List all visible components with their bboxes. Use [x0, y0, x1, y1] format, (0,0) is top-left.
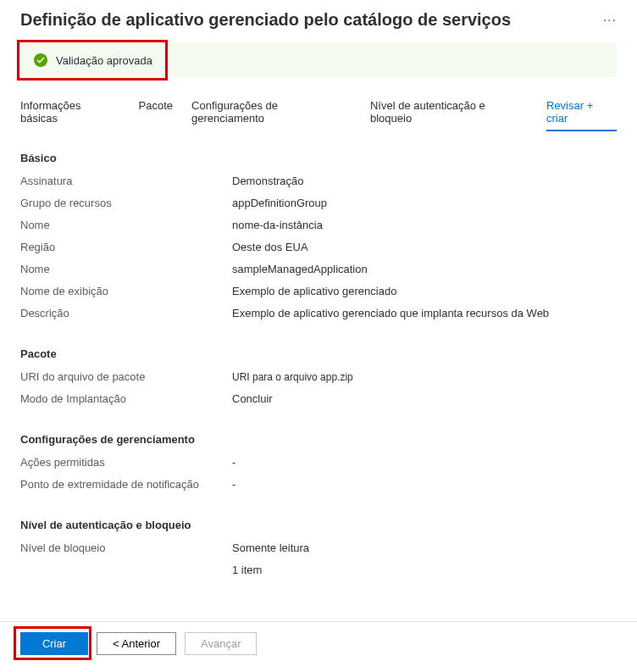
- page-title: Definição de aplicativo gerenciado pelo …: [20, 10, 511, 30]
- value-lock: Somente leitura: [232, 541, 309, 554]
- section-basic: Básico Assinatura Demonstração Grupo de …: [20, 152, 617, 324]
- value-display: Exemplo de aplicativo gerenciado: [232, 285, 396, 297]
- wizard-footer: Criar < Anterior Avançar: [0, 621, 637, 665]
- previous-button[interactable]: < Anterior: [97, 632, 176, 655]
- tab-basic[interactable]: Informações básicas: [20, 94, 120, 131]
- row-display: Nome de exibição Exemplo de aplicativo g…: [20, 285, 617, 302]
- row-rg: Grupo de recursos appDefinitionGroup: [20, 197, 617, 214]
- value-subscription: Demonstração: [232, 175, 304, 187]
- label-rg: Grupo de recursos: [20, 197, 232, 209]
- tab-management[interactable]: Configurações de gerenciamento: [191, 94, 352, 131]
- section-title-basic: Básico: [20, 152, 617, 164]
- label-name2: Nome: [20, 263, 232, 275]
- label-uri: URI do arquivo de pacote: [20, 370, 232, 383]
- page-header: Definição de aplicativo gerenciado pelo …: [0, 0, 637, 36]
- value-region: Oeste dos EUA: [232, 241, 308, 253]
- row-lock: Nível de bloqueio Somente leitura: [20, 541, 617, 558]
- tab-auth[interactable]: Nível de autenticação e bloqueio: [370, 94, 528, 131]
- tab-review[interactable]: Revisar + criar: [546, 94, 617, 131]
- value-rg: appDefinitionGroup: [232, 197, 327, 209]
- value-uri: URI para o arquivo app.zip: [232, 371, 353, 383]
- row-desc: Descrição Exemplo de aplicativo gerencia…: [20, 307, 617, 324]
- section-title-package: Pacote: [20, 347, 617, 360]
- row-endpoint: Ponto de extremidade de notificação -: [20, 478, 617, 495]
- section-management: Configurações de gerenciamento Ações per…: [20, 433, 617, 495]
- section-title-auth: Nível de autenticação e bloqueio: [20, 519, 617, 531]
- label-lock: Nível de bloqueio: [20, 541, 232, 554]
- value-items: 1 item: [232, 564, 262, 576]
- validation-text: Validação aprovada: [56, 54, 152, 67]
- row-mode: Modo de Implantação Concluir: [20, 392, 617, 409]
- value-name2: sampleManagedApplication: [232, 263, 368, 275]
- value-actions: -: [232, 456, 235, 469]
- row-region: Região Oeste dos EUA: [20, 241, 617, 258]
- validation-banner: Validação aprovada: [20, 43, 617, 77]
- row-name2: Nome sampleManagedApplication: [20, 263, 617, 280]
- label-endpoint: Ponto de extremidade de notificação: [20, 478, 232, 491]
- svg-point-0: [34, 53, 47, 67]
- row-actions: Ações permitidas -: [20, 456, 617, 473]
- value-name1: nome-da-instância: [232, 219, 323, 231]
- label-desc: Descrição: [20, 307, 232, 319]
- label-region: Região: [20, 241, 232, 253]
- label-actions: Ações permitidas: [20, 456, 232, 469]
- row-subscription: Assinatura Demonstração: [20, 175, 617, 192]
- next-button: Avançar: [185, 632, 257, 655]
- check-circle-icon: [34, 53, 47, 67]
- section-title-management: Configurações de gerenciamento: [20, 433, 617, 446]
- row-name1: Nome nome-da-instância: [20, 219, 617, 236]
- value-endpoint: -: [232, 478, 235, 491]
- section-package: Pacote URI do arquivo de pacote URI para…: [20, 347, 617, 409]
- value-desc: Exemplo de aplicativo gerenciado que imp…: [232, 307, 549, 319]
- create-button[interactable]: Criar: [20, 632, 88, 655]
- tab-package[interactable]: Pacote: [139, 94, 173, 131]
- row-uri: URI do arquivo de pacote URI para o arqu…: [20, 370, 617, 387]
- label-subscription: Assinatura: [20, 175, 232, 187]
- more-icon[interactable]: ···: [603, 13, 617, 28]
- wizard-tabs: Informações básicas Pacote Configurações…: [0, 94, 637, 131]
- label-name1: Nome: [20, 219, 232, 231]
- section-auth: Nível de autenticação e bloqueio Nível d…: [20, 519, 617, 580]
- value-mode: Concluir: [232, 392, 273, 405]
- label-mode: Modo de Implantação: [20, 392, 232, 405]
- review-content: Básico Assinatura Demonstração Grupo de …: [0, 152, 637, 621]
- row-items: 1 item: [20, 564, 617, 580]
- label-display: Nome de exibição: [20, 285, 232, 297]
